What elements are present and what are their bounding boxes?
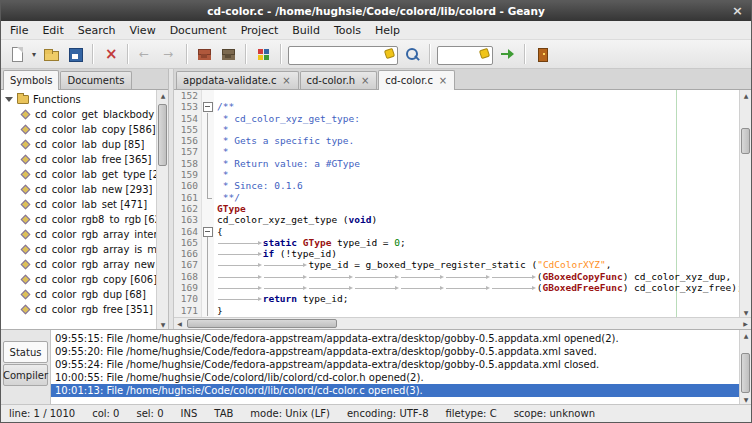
symbol-item[interactable]: cd_color_get_blackbody_rgb [97 [1, 107, 156, 122]
tab-close-icon[interactable] [282, 76, 292, 86]
sidebar-tab-documents[interactable]: Documents [60, 71, 131, 89]
scroll-down-icon[interactable] [740, 307, 752, 317]
message-scrollbar[interactable] [739, 330, 751, 404]
editor-vertical-scrollbar[interactable] [739, 90, 751, 317]
scroll-down-icon[interactable] [740, 394, 752, 404]
code-text-area[interactable]: /** * cd_color_xyz_get_type: * * Gets a … [214, 90, 739, 317]
symbol-item[interactable]: cd_color_rgb_copy [606] [1, 272, 156, 287]
fold-toggle-icon[interactable] [202, 226, 214, 237]
symbol-item[interactable]: cd_color_rgb_array_interpolate [9 [1, 227, 156, 242]
compile-button[interactable] [192, 42, 216, 66]
scroll-up-icon[interactable] [740, 90, 752, 100]
build-button[interactable] [216, 42, 240, 66]
back-button[interactable] [133, 42, 157, 66]
toolbar-separator [280, 44, 281, 64]
code-editor[interactable]: 1521531541551561571581591601611621631641… [174, 90, 751, 317]
fold-guide [202, 135, 214, 146]
code-token: type_id; [297, 293, 348, 304]
scroll-up-icon[interactable] [740, 330, 752, 340]
menu-file[interactable]: File [3, 23, 35, 38]
menu-search[interactable]: Search [71, 23, 123, 38]
message-row[interactable]: 09:55:20: File /home/hughsie/Code/fedora… [51, 345, 739, 358]
function-symbol-icon [21, 110, 31, 120]
scroll-down-icon[interactable] [157, 319, 168, 329]
tab-close-icon[interactable] [360, 76, 370, 86]
symbol-item[interactable]: cd_color_lab_get_type [203] [1, 167, 156, 182]
symbol-label: cd_color_lab_free [365] [35, 154, 152, 165]
fold-guide [202, 282, 214, 293]
forward-button[interactable] [157, 42, 181, 66]
open-button[interactable] [39, 42, 63, 66]
save-button[interactable] [63, 42, 87, 66]
editor-tab-cd-color-c[interactable]: cd-color.c [378, 70, 455, 90]
search-button[interactable] [400, 42, 424, 66]
dropdown-arrow-icon[interactable] [29, 43, 39, 65]
menu-document[interactable]: Document [163, 23, 234, 38]
quit-button[interactable] [530, 42, 554, 66]
symbol-item[interactable]: cd_color_rgb_free [351] [1, 302, 156, 317]
message-row[interactable]: 10:00:55: File /home/hughsie/Code/colord… [51, 371, 739, 384]
sidebar-scrollbar-thumb[interactable] [158, 104, 167, 166]
message-scrollbar-thumb[interactable] [741, 353, 750, 393]
scroll-right-icon[interactable] [740, 318, 751, 330]
toolbar-separator [245, 44, 246, 64]
code-line: } [217, 305, 739, 316]
scroll-left-icon[interactable] [174, 318, 185, 330]
menu-project[interactable]: Project [234, 23, 286, 38]
symbols-root-functions[interactable]: Functions [1, 92, 156, 107]
expander-icon[interactable] [5, 97, 13, 102]
line-number: 170 [174, 293, 201, 304]
code-line: { [217, 226, 739, 237]
symbol-item[interactable]: cd_color_rgb_array_new [896] [1, 257, 156, 272]
search-input[interactable] [288, 46, 398, 65]
menu-build[interactable]: Build [285, 23, 327, 38]
goto-line-button[interactable] [495, 42, 519, 66]
toolbar [1, 40, 751, 69]
symbol-item[interactable]: cd_color_lab_free [365] [1, 152, 156, 167]
fold-guide [202, 293, 214, 304]
line-number: 158 [174, 158, 201, 169]
sidebar-tab-symbols[interactable]: Symbols [3, 70, 59, 90]
close-button[interactable] [98, 42, 122, 66]
symbol-item[interactable]: cd_color_rgb_array_is_monotonic [1, 242, 156, 257]
line-number: 159 [174, 169, 201, 180]
new-button[interactable] [5, 42, 29, 66]
menu-tools[interactable]: Tools [327, 23, 368, 38]
line-number: 155 [174, 124, 201, 135]
status-message-list: 09:55:15: File /home/hughsie/Code/fedora… [51, 330, 739, 404]
message-row[interactable]: 09:55:24: File /home/hughsie/Code/fedora… [51, 358, 739, 371]
code-token: static [263, 237, 297, 248]
fold-toggle-icon[interactable] [202, 101, 214, 112]
symbol-label: cd_color_lab_dup [85] [35, 139, 144, 150]
sidebar-scrollbar[interactable] [156, 90, 168, 329]
message-tab-compiler[interactable]: Compiler [3, 364, 48, 386]
menu-help[interactable]: Help [368, 23, 407, 38]
tab-whitespace-icon [217, 264, 263, 268]
color-chooser-button[interactable] [251, 42, 275, 66]
editor-hscrollbar-thumb[interactable] [187, 319, 337, 328]
function-symbol-icon [21, 170, 31, 180]
symbol-item[interactable]: cd_color_rgb8_to_rgb [626] [1, 212, 156, 227]
editor-tab-appdata-validate-c[interactable]: appdata-validate.c [176, 71, 299, 89]
menu-view[interactable]: View [123, 23, 163, 38]
editor-horizontal-scrollbar[interactable] [174, 317, 751, 329]
symbol-item[interactable]: cd_color_rgb_dup [68] [1, 287, 156, 302]
message-tab-status[interactable]: Status [3, 341, 48, 363]
line-number-margin[interactable]: 1521531541551561571581591601611621631641… [174, 90, 202, 317]
symbol-item[interactable]: cd_color_lab_copy [586] [1, 122, 156, 137]
symbol-item[interactable]: cd_color_lab_new [293] [1, 182, 156, 197]
symbol-item[interactable]: cd_color_lab_dup [85] [1, 137, 156, 152]
window-close-icon[interactable] [730, 3, 745, 18]
code-line: * cd_color_xyz_get_type: [217, 113, 739, 124]
message-row[interactable]: 09:55:15: File /home/hughsie/Code/fedora… [51, 332, 739, 345]
menu-edit[interactable]: Edit [35, 23, 70, 38]
tab-close-icon[interactable] [438, 76, 448, 86]
editor-vscrollbar-thumb[interactable] [741, 128, 750, 154]
scroll-up-icon[interactable] [157, 90, 168, 100]
code-token: void [349, 214, 372, 225]
message-row[interactable]: 10:01:13: File /home/hughsie/Code/colord… [51, 384, 739, 397]
code-token: } [217, 305, 223, 316]
fold-margin[interactable] [202, 90, 214, 317]
symbol-item[interactable]: cd_color_lab_set [471] [1, 197, 156, 212]
editor-tab-cd-color-h[interactable]: cd-color.h [300, 71, 378, 89]
